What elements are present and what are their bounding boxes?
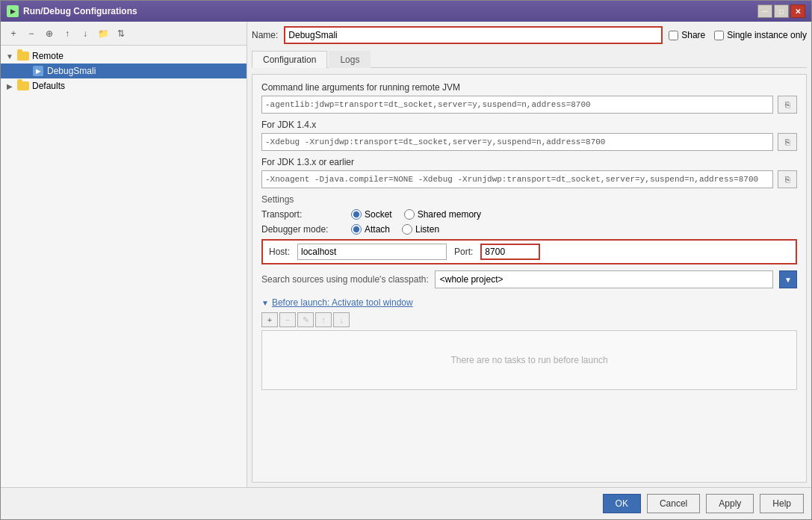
before-launch-section: ▼ Before launch: Activate tool window + … xyxy=(261,297,797,390)
port-input[interactable] xyxy=(480,244,540,260)
before-launch-toolbar: + − ✎ ↑ ↓ xyxy=(261,312,797,327)
before-launch-area: There are no tasks to run before launch xyxy=(261,330,797,390)
sort-button[interactable]: ⇅ xyxy=(113,25,129,42)
cancel-button[interactable]: Cancel xyxy=(647,494,700,513)
tree-item-debugsmali[interactable]: ▶ DebugSmali xyxy=(1,64,247,78)
defaults-folder-icon xyxy=(17,80,29,92)
debugger-listen-radio[interactable] xyxy=(402,224,412,235)
host-label: Host: xyxy=(269,247,290,257)
close-button[interactable]: ✕ xyxy=(790,4,805,18)
window-controls: ─ □ ✕ xyxy=(757,4,805,18)
before-launch-down-button[interactable]: ↓ xyxy=(333,312,350,327)
before-launch-expand-arrow[interactable]: ▼ xyxy=(261,299,269,307)
apply-button[interactable]: Apply xyxy=(706,494,754,513)
settings-section: Settings Transport: Socket Shared memory xyxy=(261,194,797,264)
bottom-bar: OK Cancel Apply Help xyxy=(1,487,811,519)
tab-logs[interactable]: Logs xyxy=(329,51,371,68)
before-launch-up-button[interactable]: ↑ xyxy=(315,312,332,327)
app-icon: ▶ xyxy=(7,5,19,17)
jdk14-input[interactable] xyxy=(261,133,773,151)
ok-button[interactable]: OK xyxy=(603,494,641,513)
debugger-listen-label: Listen xyxy=(415,224,439,235)
jdk14-copy-button[interactable]: ⎘ xyxy=(778,133,797,151)
classpath-select-wrapper: <whole project> xyxy=(435,270,773,288)
cmd-args-section: Command line arguments for running remot… xyxy=(261,82,797,114)
share-row: Share Single instance only xyxy=(669,30,807,40)
right-panel: Name: Share Single instance only Configu… xyxy=(247,22,811,487)
jdk13-copy-button[interactable]: ⎘ xyxy=(778,170,797,188)
share-checkbox[interactable] xyxy=(669,31,678,40)
remote-folder-icon xyxy=(17,50,29,62)
jdk13-input[interactable] xyxy=(261,170,773,188)
classpath-row: Search sources using module's classpath:… xyxy=(261,270,797,288)
single-instance-label[interactable]: Single instance only xyxy=(727,30,807,40)
main-content: + − ⊕ ↑ ↓ 📁 ⇅ ▼ Remote xyxy=(1,22,811,487)
classpath-dropdown-button[interactable]: ▼ xyxy=(779,270,797,288)
add-config-button[interactable]: + xyxy=(5,25,22,42)
copy-config-button[interactable]: ⊕ xyxy=(41,25,58,42)
name-label: Name: xyxy=(252,30,278,40)
transport-socket-radio[interactable] xyxy=(351,209,362,220)
transport-sharedmem-option[interactable]: Shared memory xyxy=(404,209,481,220)
debugger-mode-row: Debugger mode: Attach Listen xyxy=(261,224,797,235)
cmd-args-input[interactable] xyxy=(261,96,773,114)
config-tree: ▼ Remote ▶ DebugSmali ▶ xyxy=(1,46,247,487)
before-launch-edit-button[interactable]: ✎ xyxy=(297,312,314,327)
title-bar: ▶ Run/Debug Configurations ─ □ ✕ xyxy=(1,1,811,22)
jdk14-field-row: ⎘ xyxy=(261,133,797,151)
before-launch-remove-button[interactable]: − xyxy=(279,312,296,327)
tree-label-defaults: Defaults xyxy=(32,81,65,91)
tab-configuration[interactable]: Configuration xyxy=(252,51,327,68)
transport-socket-option[interactable]: Socket xyxy=(351,209,392,220)
before-launch-label[interactable]: Before launch: Activate tool window xyxy=(272,297,413,308)
before-launch-add-button[interactable]: + xyxy=(261,312,278,327)
window-title: Run/Debug Configurations xyxy=(23,6,137,16)
jdk14-section: For JDK 1.4.x ⎘ xyxy=(261,120,797,151)
debugger-attach-option[interactable]: Attach xyxy=(351,224,390,235)
main-window: ▶ Run/Debug Configurations ─ □ ✕ + − ⊕ ↑… xyxy=(0,0,812,520)
help-button[interactable]: Help xyxy=(760,494,804,513)
tree-item-defaults[interactable]: ▶ Defaults xyxy=(1,78,247,93)
move-down-button[interactable]: ↓ xyxy=(77,25,93,42)
remove-config-button[interactable]: − xyxy=(23,25,40,42)
maximize-button[interactable]: □ xyxy=(774,4,789,18)
transport-radio-group: Socket Shared memory xyxy=(351,209,481,220)
host-input[interactable] xyxy=(297,244,447,260)
minimize-button[interactable]: ─ xyxy=(757,4,772,18)
debugger-attach-radio[interactable] xyxy=(351,224,362,235)
jdk13-section: For JDK 1.3.x or earlier ⎘ xyxy=(261,157,797,188)
debugger-attach-label: Attach xyxy=(365,224,390,235)
share-label[interactable]: Share xyxy=(681,30,705,40)
cmd-args-field-row: ⎘ xyxy=(261,96,797,114)
single-instance-group: Single instance only xyxy=(714,30,807,40)
move-up-button[interactable]: ↑ xyxy=(59,25,75,42)
no-tasks-text: There are no tasks to run before launch xyxy=(450,355,607,365)
share-checkbox-group: Share xyxy=(669,30,705,40)
debugger-listen-option[interactable]: Listen xyxy=(402,224,439,235)
jdk13-label: For JDK 1.3.x or earlier xyxy=(261,157,797,167)
transport-label: Transport: xyxy=(261,209,336,220)
expand-arrow-remote: ▼ xyxy=(5,52,14,61)
transport-sharedmem-label: Shared memory xyxy=(418,209,481,220)
folder-button[interactable]: 📁 xyxy=(95,25,111,42)
left-toolbar: + − ⊕ ↑ ↓ 📁 ⇅ xyxy=(1,22,247,46)
jdk14-label: For JDK 1.4.x xyxy=(261,120,797,130)
before-launch-header: ▼ Before launch: Activate tool window xyxy=(261,297,797,308)
cmd-args-copy-button[interactable]: ⎘ xyxy=(778,96,797,114)
cmd-args-label: Command line arguments for running remot… xyxy=(261,82,797,93)
transport-row: Transport: Socket Shared memory xyxy=(261,209,797,220)
tree-item-remote[interactable]: ▼ Remote xyxy=(1,49,247,64)
transport-socket-label: Socket xyxy=(365,209,392,220)
transport-sharedmem-radio[interactable] xyxy=(404,209,415,220)
name-input[interactable] xyxy=(284,26,663,44)
host-port-row: Host: Port: xyxy=(261,239,797,264)
title-bar-left: ▶ Run/Debug Configurations xyxy=(7,5,137,17)
tab-bar: Configuration Logs xyxy=(252,50,807,68)
settings-label: Settings xyxy=(261,194,797,205)
expand-arrow-defaults: ▶ xyxy=(5,82,14,90)
jdk13-field-row: ⎘ xyxy=(261,170,797,188)
config-area: Command line arguments for running remot… xyxy=(252,74,807,483)
single-instance-checkbox[interactable] xyxy=(714,31,724,40)
classpath-select[interactable]: <whole project> xyxy=(435,270,773,288)
debugger-mode-label: Debugger mode: xyxy=(261,224,336,235)
